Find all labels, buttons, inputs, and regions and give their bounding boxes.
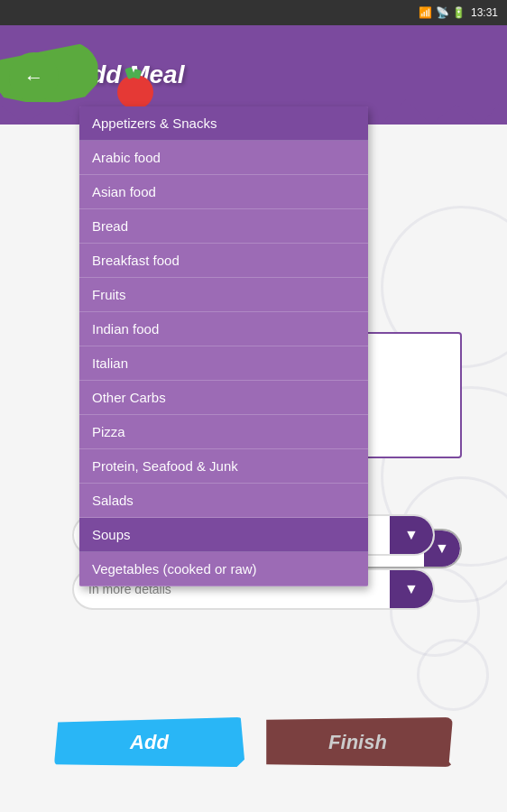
dropdown-item-pizza[interactable]: Pizza xyxy=(79,415,368,449)
status-time: 13:31 xyxy=(471,6,498,19)
dropdown-item-asian[interactable]: Asian food xyxy=(79,175,368,209)
bg-decor-4 xyxy=(417,639,489,711)
dropdown-item-breakfast[interactable]: Breakfast food xyxy=(79,244,368,278)
dropdown-item-arabic[interactable]: Arabic food xyxy=(79,141,368,175)
finish-button[interactable]: Finish xyxy=(263,717,453,767)
add-button[interactable]: Add xyxy=(54,717,244,767)
dropdown-item-soups[interactable]: Soups xyxy=(79,518,368,552)
dropdown-item-bread[interactable]: Bread xyxy=(79,209,368,244)
food-type-dropdown[interactable]: Appetizers & Snacks Arabic food Asian fo… xyxy=(79,106,368,586)
status-icons: 📶 📡 🔋 xyxy=(419,6,466,19)
status-bar: 📶 📡 🔋 13:31 xyxy=(0,0,507,25)
dessert-input-box[interactable] xyxy=(358,332,462,458)
dropdown-item-salads[interactable]: Salads xyxy=(79,484,368,518)
type-of-food-arrow[interactable]: ▼ xyxy=(390,514,433,556)
back-arrow-icon: ← xyxy=(24,66,44,89)
action-buttons: Add Finish xyxy=(0,717,507,767)
tomato-icon xyxy=(117,75,153,109)
dropdown-item-vegetables[interactable]: Vegetables (cooked or raw) xyxy=(79,552,368,586)
dropdown-item-other-carbs[interactable]: Other Carbs xyxy=(79,381,368,415)
main-content: Add Meal ← Appetizers & Snacks Arabic fo… xyxy=(0,25,507,812)
dropdown-item-italian[interactable]: Italian xyxy=(79,346,368,381)
back-button[interactable]: ← xyxy=(9,52,59,102)
dropdown-item-fruits[interactable]: Fruits xyxy=(79,278,368,312)
more-details-arrow[interactable]: ▼ xyxy=(390,568,433,610)
chevron-down-icon-details: ▼ xyxy=(404,581,419,597)
dropdown-item-indian[interactable]: Indian food xyxy=(79,312,368,346)
chevron-down-icon-food: ▼ xyxy=(404,527,419,543)
dropdown-item-protein[interactable]: Protein, Seafood & Junk xyxy=(79,449,368,484)
chevron-down-icon: ▼ xyxy=(435,540,449,557)
dropdown-item-appetizers[interactable]: Appetizers & Snacks xyxy=(79,106,368,141)
